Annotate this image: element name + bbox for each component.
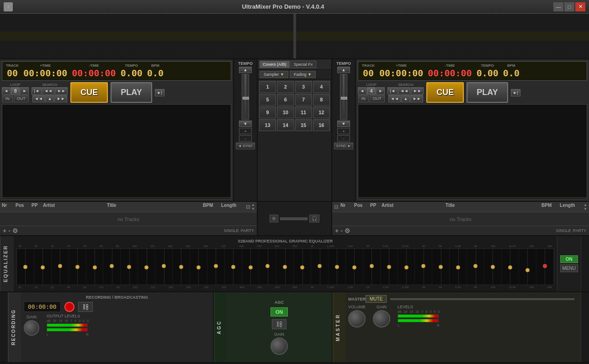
agc-link-btn[interactable]: ⛓: [272, 319, 287, 329]
right-tempo-down-btn[interactable]: ▼: [337, 121, 350, 127]
eq-scrollbar[interactable]: [581, 236, 589, 291]
eq-bar-26[interactable]: [467, 249, 484, 285]
left-tempo-thumb[interactable]: [243, 97, 249, 100]
left-out-btn[interactable]: OUT: [14, 95, 29, 102]
right-loop-num-btn[interactable]: 4: [367, 87, 376, 95]
left-loop-next-btn[interactable]: ►: [20, 87, 29, 95]
eq-bar-27[interactable]: [484, 249, 502, 285]
left-seek-back-btn[interactable]: ◄◄: [32, 95, 45, 102]
rec-gain-knob[interactable]: [24, 320, 39, 336]
sampler-button[interactable]: Sampler ▼: [260, 71, 288, 78]
left-tempo-plus-btn[interactable]: +: [239, 128, 252, 134]
right-seek-fwd-btn[interactable]: ▲: [401, 95, 410, 102]
right-tempo-up-btn[interactable]: ▲: [337, 67, 350, 73]
eq-bar-28[interactable]: [502, 249, 519, 285]
left-col-toggle-btn[interactable]: ⊟: [246, 203, 250, 211]
maximize-button[interactable]: □: [564, 2, 574, 11]
waveform-right[interactable]: [296, 14, 589, 58]
right-seek-back-btn[interactable]: ◄◄: [388, 95, 401, 102]
right-party-btn[interactable]: PARTY: [573, 228, 586, 233]
special-fx-tab[interactable]: Special Fx: [291, 61, 316, 68]
eq-bar-12[interactable]: [225, 249, 242, 285]
right-tempo-thumb[interactable]: [341, 97, 347, 100]
eq-bar-19[interactable]: [346, 249, 363, 285]
eq-bar-10[interactable]: [190, 249, 207, 285]
right-remove-track-btn[interactable]: -: [340, 227, 343, 234]
sampler-cell-13[interactable]: 13: [259, 119, 276, 131]
right-tempo-slider[interactable]: [340, 74, 347, 120]
left-remove-track-btn[interactable]: -: [8, 227, 11, 234]
right-sync-btn[interactable]: SYNC ►: [334, 142, 353, 149]
left-add-track-btn[interactable]: +: [3, 227, 6, 234]
right-col-toggle-btn[interactable]: ⊟: [334, 203, 339, 211]
eq-bar-1[interactable]: [34, 249, 52, 285]
left-loop-num-btn[interactable]: 8: [11, 87, 20, 95]
agc-gain-knob[interactable]: [271, 338, 288, 355]
left-col-up-btn[interactable]: ▲: [251, 203, 255, 207]
left-cue-button[interactable]: CUE: [70, 82, 108, 103]
center-eq-settings-btn[interactable]: ⚙: [270, 215, 278, 222]
sampler-cell-15[interactable]: 15: [295, 119, 312, 131]
eq-bar-0[interactable]: [17, 249, 34, 285]
right-search-prev-btn[interactable]: ◄◄: [398, 87, 411, 95]
left-seek-fwd2-btn[interactable]: ►►: [54, 95, 67, 102]
eq-bar-9[interactable]: [173, 249, 190, 285]
right-play-button[interactable]: PLAY: [467, 82, 508, 103]
close-button[interactable]: ✕: [575, 2, 585, 11]
eq-bar-18[interactable]: [329, 249, 346, 285]
waveform-left[interactable]: [0, 14, 293, 58]
eq-bar-25[interactable]: [450, 249, 467, 285]
sampler-cell-12[interactable]: 12: [313, 106, 330, 118]
master-gain-knob[interactable]: [373, 310, 390, 327]
sampler-cell-14[interactable]: 14: [277, 119, 294, 131]
eq-bar-17[interactable]: [311, 249, 329, 285]
right-cue-button[interactable]: CUE: [426, 82, 464, 103]
sampler-cell-9[interactable]: 9: [259, 106, 276, 118]
sampler-cell-6[interactable]: 6: [277, 94, 294, 106]
eq-menu-button[interactable]: MENU: [560, 264, 578, 272]
sampler-cell-5[interactable]: 5: [259, 94, 276, 106]
left-settings-track-btn[interactable]: ⚙: [12, 227, 18, 234]
right-add-track-btn[interactable]: +: [335, 227, 339, 234]
left-search-start-btn[interactable]: |◄: [32, 87, 41, 95]
eq-bar-16[interactable]: [294, 249, 311, 285]
left-single-btn[interactable]: SINGLE: [224, 228, 239, 233]
covers-tab[interactable]: Covers (A/B): [260, 61, 290, 68]
eq-bar-2[interactable]: [52, 249, 69, 285]
master-vol-knob[interactable]: [348, 310, 366, 327]
eq-bar-5[interactable]: [103, 249, 121, 285]
right-loop-prev-btn[interactable]: ◄: [358, 87, 366, 95]
agc-on-button[interactable]: ON: [271, 307, 288, 317]
sampler-cell-7[interactable]: 7: [295, 94, 312, 106]
eq-bar-6[interactable]: [121, 249, 138, 285]
right-tempo-minus-btn[interactable]: -: [337, 135, 350, 142]
right-waveform[interactable]: [358, 104, 587, 199]
minimize-button[interactable]: —: [553, 2, 563, 11]
right-out-btn[interactable]: OUT: [370, 95, 385, 102]
sampler-cell-1[interactable]: 1: [259, 81, 276, 93]
center-headphone-btn[interactable]: 🎧: [309, 215, 319, 222]
sampler-cell-10[interactable]: 10: [277, 106, 294, 118]
right-end-btn[interactable]: ►|: [511, 89, 520, 96]
sampler-cell-2[interactable]: 2: [277, 81, 294, 93]
left-tempo-up-btn[interactable]: ▲: [239, 67, 252, 73]
right-tempo-plus-btn[interactable]: +: [337, 128, 350, 134]
eq-bar-7[interactable]: [138, 249, 155, 285]
eq-bar-8[interactable]: [155, 249, 173, 285]
left-sync-btn[interactable]: ◄ SYNC: [236, 142, 255, 149]
eq-bar-23[interactable]: [415, 249, 432, 285]
left-search-prev-btn[interactable]: ◄◄: [42, 87, 55, 95]
eq-bar-4[interactable]: [86, 249, 104, 285]
sampler-cell-3[interactable]: 3: [295, 81, 312, 93]
left-tempo-minus-btn[interactable]: -: [239, 135, 252, 142]
right-in-btn[interactable]: IN: [358, 95, 369, 102]
crossfader[interactable]: [280, 217, 308, 220]
eq-bar-3[interactable]: [69, 249, 86, 285]
right-col-down-btn[interactable]: ▼: [584, 207, 587, 211]
eq-bar-13[interactable]: [242, 249, 260, 285]
right-single-btn[interactable]: SINGLE: [556, 228, 571, 233]
right-col-up-btn[interactable]: ▲: [584, 203, 587, 207]
eq-bar-24[interactable]: [432, 249, 450, 285]
eq-bar-14[interactable]: [259, 249, 276, 285]
master-mute-btn[interactable]: MUTE: [366, 295, 387, 303]
